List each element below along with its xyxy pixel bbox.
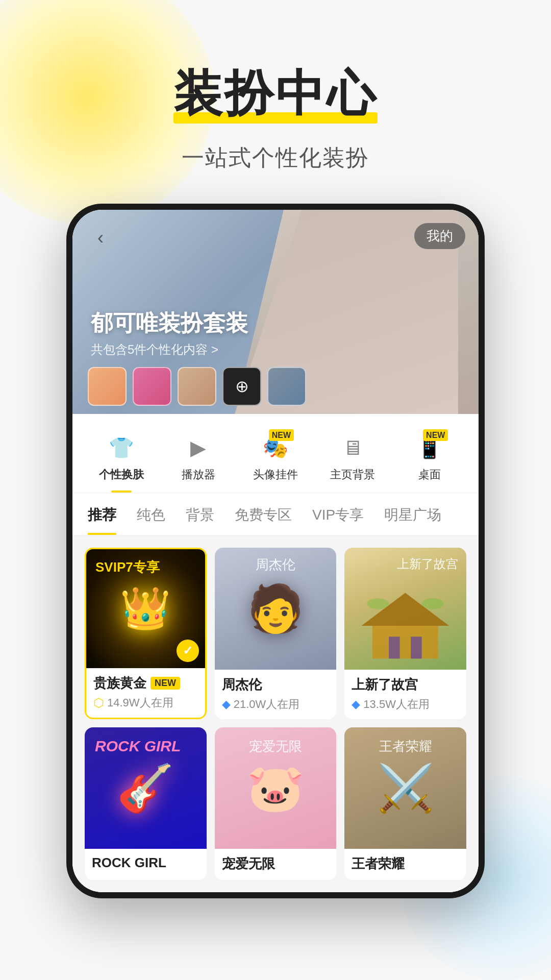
filter-tabs: 推荐 纯色 背景 免费专区 VIP专享 明星广场	[72, 493, 479, 535]
avatar-label: 头像挂件	[253, 467, 298, 482]
guizu-new-badge: NEW	[151, 677, 180, 690]
skin-card-palace[interactable]: 上新了故宫	[344, 548, 466, 719]
avatar-new-badge: NEW	[269, 429, 294, 441]
thumb-strip	[88, 367, 306, 406]
filter-free[interactable]: 免费专区	[235, 505, 292, 535]
skin-card-rockgirl[interactable]: ROCK GIRL 🎸 ROCK GIRL	[85, 727, 207, 880]
rockgirl-figure: 🎸	[117, 762, 174, 815]
filter-vip[interactable]: VIP专享	[312, 505, 364, 535]
header-section: 装扮中心 一站式个性化装扮	[0, 0, 551, 204]
subtitle: 一站式个性化装扮	[0, 143, 551, 173]
skin-label: 个性换肤	[99, 467, 144, 482]
skin-users-jay: ◆ 21.0W人在用	[222, 697, 330, 712]
phone-frame: ‹ 我的 郁可唯装扮套装 共包含5件个性化内容 >	[66, 204, 485, 898]
my-button[interactable]: 我的	[414, 223, 465, 249]
skin-name-palace: 上新了故宫	[352, 676, 459, 694]
skin-users-palace: ◆ 13.5W人在用	[352, 697, 459, 712]
thumb-1[interactable]	[88, 367, 127, 406]
skin-thumb-palace: 上新了故宫	[344, 548, 466, 670]
skin-users-guizu: ⬡ 14.9W人在用	[93, 695, 198, 710]
wzry-figure: ⚔️	[377, 762, 434, 815]
thumb-4[interactable]	[222, 367, 261, 406]
desktop-new-badge: NEW	[423, 429, 448, 441]
desktop-label: 桌面	[418, 467, 441, 482]
svg-rect-3	[411, 636, 421, 658]
thumb-5[interactable]	[267, 367, 306, 406]
rockgirl-text: ROCK GIRL	[95, 738, 181, 755]
player-icon: ▶	[183, 432, 214, 463]
svip-badge-text: SVIP7专享	[95, 558, 160, 576]
filter-star[interactable]: 明星广场	[384, 505, 441, 535]
homebg-icon: 🖥	[337, 432, 368, 463]
hero-text: 郁可唯装扮套装 共包含5件个性化内容 >	[91, 308, 248, 358]
filter-scene[interactable]: 背景	[186, 505, 214, 535]
skin-info-guizu: 贵族黄金 NEW ⬡ 14.9W人在用	[86, 668, 205, 718]
category-tabs: 👕 个性换肤 ▶ 播放器 🎭 NEW 头像挂件	[72, 414, 479, 493]
svip-crown-icon: 👑	[120, 584, 171, 632]
app-content: ‹ 我的 郁可唯装扮套装 共包含5件个性化内容 >	[72, 210, 479, 892]
hero-banner: ‹ 我的 郁可唯装扮套装 共包含5件个性化内容 >	[72, 210, 479, 414]
main-title: 装扮中心	[173, 61, 378, 128]
back-button[interactable]: ‹	[88, 225, 113, 251]
tab-player[interactable]: ▶ 播放器	[160, 424, 237, 493]
pet-text: 宠爱无限	[249, 738, 302, 755]
skin-thumb-guizu: SVIP7专享 👑 ✓	[86, 549, 205, 668]
skin-name-pet: 宠爱无限	[222, 855, 330, 873]
skin-thumb-jay: 周杰伦 🧑	[215, 548, 337, 670]
thumb-2[interactable]	[133, 367, 171, 406]
skin-name-guizu: 贵族黄金 NEW	[93, 674, 198, 692]
jay-overlay-text: 周杰伦	[256, 556, 295, 574]
svg-marker-1	[362, 593, 449, 625]
diamond-icon-palace: ◆	[352, 698, 360, 711]
skin-info-jay: 周杰伦 ◆ 21.0W人在用	[215, 670, 337, 719]
svg-point-4	[367, 598, 389, 609]
jay-figure: 🧑	[247, 585, 304, 631]
svg-point-5	[422, 598, 444, 609]
skin-thumb-pet: 宠爱无限 🐷	[215, 727, 337, 849]
skin-card-pet[interactable]: 宠爱无限 🐷 宠爱无限	[215, 727, 337, 880]
svg-rect-0	[372, 626, 438, 658]
svg-rect-2	[389, 636, 399, 658]
skin-name-rockgirl: ROCK GIRL	[92, 855, 199, 871]
tab-homebg[interactable]: 🖥 主页背景	[314, 424, 391, 493]
tab-avatar[interactable]: 🎭 NEW 头像挂件	[237, 424, 314, 493]
skin-thumb-wzry: 王者荣耀 ⚔️	[344, 727, 466, 849]
desktop-icon: 📱 NEW	[414, 432, 445, 463]
skin-info-pet: 宠爱无限	[215, 849, 337, 880]
player-label: 播放器	[182, 467, 215, 482]
tab-skin[interactable]: 👕 个性换肤	[83, 424, 160, 493]
thumb-3[interactable]	[178, 367, 216, 406]
skin-card-wzry[interactable]: 王者荣耀 ⚔️ 王者荣耀	[344, 727, 466, 880]
hero-subtitle: 共包含5件个性化内容 >	[91, 341, 248, 358]
skin-name-jay: 周杰伦	[222, 676, 330, 694]
phone-screen: ‹ 我的 郁可唯装扮套装 共包含5件个性化内容 >	[72, 210, 479, 892]
skin-info-wzry: 王者荣耀	[344, 849, 466, 880]
skin-icon: 👕	[106, 432, 137, 463]
skin-card-guizu[interactable]: SVIP7专享 👑 ✓ 贵族黄金 NEW ⬡ 14.9W人在用	[85, 548, 207, 719]
wzry-text: 王者荣耀	[379, 738, 432, 755]
selected-check-icon: ✓	[177, 640, 199, 662]
homebg-label: 主页背景	[330, 467, 375, 482]
avatar-icon: 🎭 NEW	[260, 432, 291, 463]
phone-wrapper: ‹ 我的 郁可唯装扮套装 共包含5件个性化内容 >	[0, 204, 551, 898]
skins-grid: SVIP7专享 👑 ✓ 贵族黄金 NEW ⬡ 14.9W人在用	[72, 535, 479, 892]
tab-desktop[interactable]: 📱 NEW 桌面	[391, 424, 468, 493]
filter-recommend[interactable]: 推荐	[88, 505, 116, 535]
skin-info-rockgirl: ROCK GIRL	[85, 849, 207, 878]
skin-card-jay[interactable]: 周杰伦 🧑 周杰伦 ◆ 21.0W人在用	[215, 548, 337, 719]
pet-figure: 🐷	[247, 762, 304, 815]
filter-solid[interactable]: 纯色	[137, 505, 165, 535]
palace-svg	[350, 560, 460, 670]
diamond-icon-jay: ◆	[222, 698, 231, 711]
skin-info-palace: 上新了故宫 ◆ 13.5W人在用	[344, 670, 466, 719]
skin-name-wzry: 王者荣耀	[352, 855, 459, 873]
skin-thumb-rockgirl: ROCK GIRL 🎸	[85, 727, 207, 849]
gold-coin-icon: ⬡	[93, 696, 104, 710]
hero-title: 郁可唯装扮套装	[91, 308, 248, 338]
